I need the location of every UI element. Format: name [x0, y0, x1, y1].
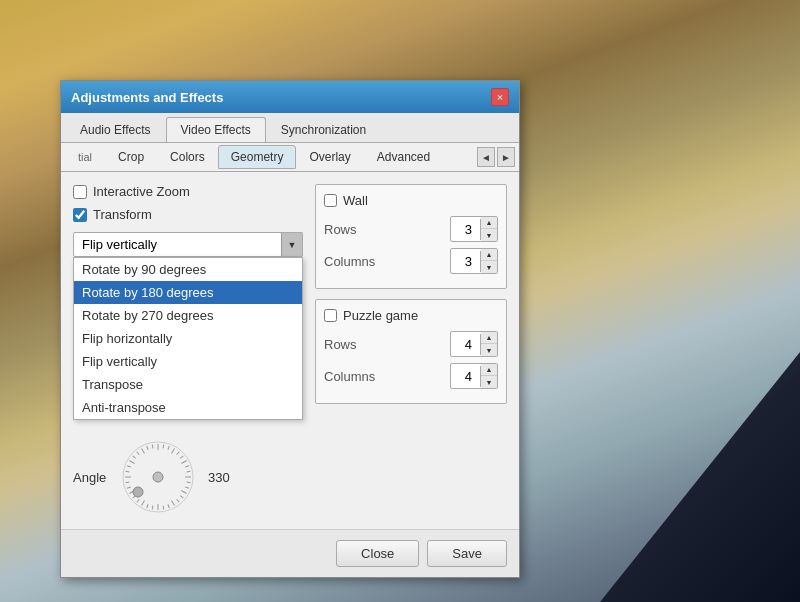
- title-bar: Adjustments and Effects ×: [61, 81, 519, 113]
- wall-columns-buttons: ▲ ▼: [481, 249, 497, 273]
- transform-row: Transform: [73, 207, 303, 222]
- right-panel: Wall Rows 3 ▲ ▼ Columns: [315, 184, 507, 517]
- svg-line-4: [172, 448, 175, 453]
- svg-line-5: [177, 452, 180, 455]
- wall-rows-row: Rows 3 ▲ ▼: [324, 216, 498, 242]
- nav-prev-button[interactable]: ◄: [477, 147, 495, 167]
- svg-line-11: [187, 482, 191, 483]
- dropdown-arrow-icon[interactable]: ▼: [281, 232, 303, 257]
- left-panel: Interactive Zoom Transform Flip vertical…: [73, 184, 303, 517]
- tab-crop[interactable]: Crop: [105, 145, 157, 169]
- svg-line-6: [180, 456, 183, 459]
- tab-essential[interactable]: tial: [65, 146, 105, 168]
- svg-line-27: [126, 482, 130, 483]
- angle-section: Angle: [73, 437, 303, 517]
- puzzle-group: Puzzle game Rows 4 ▲ ▼ Columns: [315, 299, 507, 404]
- svg-line-31: [129, 461, 134, 464]
- tab-audio-effects[interactable]: Audio Effects: [65, 117, 166, 142]
- wall-title[interactable]: Wall: [343, 193, 368, 208]
- svg-line-32: [133, 456, 136, 459]
- dialog-footer: Close Save: [61, 529, 519, 577]
- nav-next-button[interactable]: ►: [497, 147, 515, 167]
- puzzle-rows-up[interactable]: ▲: [481, 332, 497, 344]
- svg-line-7: [181, 461, 186, 464]
- svg-line-14: [180, 496, 183, 499]
- close-icon[interactable]: ×: [491, 88, 509, 106]
- svg-line-8: [185, 466, 189, 467]
- angle-value: 330: [208, 470, 230, 485]
- dropdown-item-6[interactable]: Anti-transpose: [74, 396, 302, 419]
- tab-nav-arrows: ◄ ►: [477, 147, 515, 167]
- transform-label[interactable]: Transform: [93, 207, 152, 222]
- dropdown-item-0[interactable]: Rotate by 90 degrees: [74, 258, 302, 281]
- puzzle-rows-down[interactable]: ▼: [481, 344, 497, 356]
- svg-line-30: [127, 466, 131, 467]
- wall-checkbox[interactable]: [324, 194, 337, 207]
- content-area: Interactive Zoom Transform Flip vertical…: [61, 172, 519, 529]
- transform-dropdown-container: Flip vertically ▼ Rotate by 90 degrees R…: [73, 232, 303, 257]
- wall-rows-buttons: ▲ ▼: [481, 217, 497, 241]
- dropdown-item-4[interactable]: Flip vertically: [74, 350, 302, 373]
- wall-group: Wall Rows 3 ▲ ▼ Columns: [315, 184, 507, 289]
- dropdown-item-2[interactable]: Rotate by 270 degrees: [74, 304, 302, 327]
- transform-dropdown[interactable]: Flip vertically ▼: [73, 232, 303, 257]
- puzzle-columns-spinner[interactable]: 4 ▲ ▼: [450, 363, 498, 389]
- puzzle-title[interactable]: Puzzle game: [343, 308, 418, 323]
- wall-rows-spinner[interactable]: 3 ▲ ▼: [450, 216, 498, 242]
- wall-columns-down[interactable]: ▼: [481, 261, 497, 273]
- tab-row-1: Audio Effects Video Effects Synchronizat…: [61, 113, 519, 143]
- wall-rows-up[interactable]: ▲: [481, 217, 497, 229]
- wall-columns-label: Columns: [324, 254, 375, 269]
- wall-rows-down[interactable]: ▼: [481, 229, 497, 241]
- close-button[interactable]: Close: [336, 540, 419, 567]
- puzzle-title-row: Puzzle game: [324, 308, 498, 323]
- tab-advanced[interactable]: Advanced: [364, 145, 443, 169]
- interactive-zoom-label[interactable]: Interactive Zoom: [93, 184, 190, 199]
- wall-columns-row: Columns 3 ▲ ▼: [324, 248, 498, 274]
- puzzle-columns-up[interactable]: ▲: [481, 364, 497, 376]
- tab-synchronization[interactable]: Synchronization: [266, 117, 381, 142]
- wall-rows-label: Rows: [324, 222, 357, 237]
- interactive-zoom-checkbox[interactable]: [73, 185, 87, 199]
- tab-row-2: tial Crop Colors Geometry Overlay Advanc…: [61, 143, 519, 172]
- tab-video-effects[interactable]: Video Effects: [166, 117, 266, 142]
- tab-geometry[interactable]: Geometry: [218, 145, 297, 169]
- svg-line-22: [142, 500, 145, 505]
- svg-line-26: [127, 487, 131, 488]
- svg-line-34: [142, 448, 145, 453]
- transform-checkbox[interactable]: [73, 208, 87, 222]
- save-button[interactable]: Save: [427, 540, 507, 567]
- dropdown-item-3[interactable]: Flip horizontally: [74, 327, 302, 350]
- tab-overlay[interactable]: Overlay: [296, 145, 363, 169]
- angle-dial-svg: [118, 437, 198, 517]
- tab-colors[interactable]: Colors: [157, 145, 218, 169]
- angle-handle[interactable]: [133, 487, 143, 497]
- dropdown-item-1[interactable]: Rotate by 180 degrees: [74, 281, 302, 304]
- interactive-zoom-row: Interactive Zoom: [73, 184, 303, 199]
- svg-line-21: [147, 504, 148, 508]
- svg-line-35: [147, 446, 148, 450]
- puzzle-rows-value: 4: [451, 334, 481, 355]
- svg-line-20: [152, 506, 153, 510]
- dropdown-item-5[interactable]: Transpose: [74, 373, 302, 396]
- main-layout: Interactive Zoom Transform Flip vertical…: [73, 184, 507, 517]
- svg-line-36: [152, 445, 153, 449]
- wall-columns-value: 3: [451, 251, 481, 272]
- puzzle-rows-row: Rows 4 ▲ ▼: [324, 331, 498, 357]
- angle-dial[interactable]: [118, 437, 198, 517]
- svg-line-17: [168, 504, 169, 508]
- dropdown-menu: Rotate by 90 degrees Rotate by 180 degre…: [73, 257, 303, 420]
- wall-rows-value: 3: [451, 219, 481, 240]
- puzzle-checkbox[interactable]: [324, 309, 337, 322]
- puzzle-columns-down[interactable]: ▼: [481, 376, 497, 388]
- svg-line-18: [163, 506, 164, 510]
- svg-line-23: [137, 499, 140, 502]
- wall-columns-up[interactable]: ▲: [481, 249, 497, 261]
- dropdown-current-value: Flip vertically: [74, 233, 302, 256]
- wall-columns-spinner[interactable]: 3 ▲ ▼: [450, 248, 498, 274]
- puzzle-rows-label: Rows: [324, 337, 357, 352]
- puzzle-rows-spinner[interactable]: 4 ▲ ▼: [450, 331, 498, 357]
- puzzle-columns-value: 4: [451, 366, 481, 387]
- svg-line-3: [168, 446, 169, 450]
- svg-line-2: [163, 445, 164, 449]
